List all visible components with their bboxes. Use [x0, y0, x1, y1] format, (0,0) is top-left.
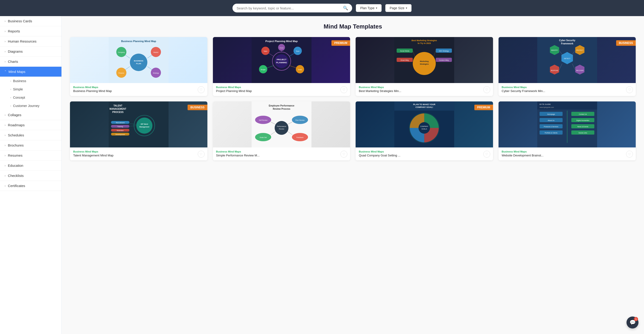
- sidebar-item-education[interactable]: › Education: [0, 161, 62, 171]
- sidebar-submenu-mind-maps: ○ Business ○ Simple ○ Concept ○ Customer…: [0, 77, 62, 110]
- chevron-right-icon: ›: [4, 174, 6, 177]
- card-category: Business Mind Maps: [359, 150, 490, 153]
- card-category: Business Mind Maps: [216, 86, 347, 89]
- svg-text:Best Marketing Strategies: Best Marketing Strategies: [412, 39, 437, 42]
- sidebar-item-label: Mind Maps: [8, 70, 25, 74]
- sidebar-item-collages[interactable]: › Collages: [0, 110, 62, 120]
- chat-bubble[interactable]: 💬 1: [626, 317, 638, 329]
- sidebar-item-diagrams[interactable]: › Diagrams: [0, 46, 62, 57]
- favorite-button[interactable]: ♡: [626, 151, 633, 158]
- favorite-button[interactable]: ♡: [340, 151, 347, 158]
- favorite-button[interactable]: ♡: [626, 86, 633, 93]
- svg-point-2: [130, 54, 147, 71]
- search-input[interactable]: [236, 6, 341, 10]
- card-name: Talent Management Mind Map: [73, 154, 204, 157]
- sidebar-item-label: Roadmaps: [8, 123, 25, 127]
- sidebar-sub-label: Business: [13, 79, 26, 83]
- svg-point-112: [418, 122, 430, 134]
- sidebar-item-human-resources[interactable]: › Human Resources: [0, 36, 62, 46]
- template-card[interactable]: Best Marketing Strategies to Try in 2023…: [356, 37, 493, 96]
- sidebar-item-label: Education: [8, 164, 23, 167]
- sidebar-item-label: Reports: [8, 29, 20, 33]
- sidebar-item-label: Schedules: [8, 133, 24, 137]
- sidebar-sub-item-simple[interactable]: ○ Simple: [0, 85, 62, 93]
- sidebar-sub-item-business[interactable]: ○ Business: [0, 77, 62, 85]
- chevron-right-icon: ›: [4, 39, 6, 43]
- svg-text:BUSINESS: BUSINESS: [134, 60, 144, 62]
- template-card[interactable]: Project Planning Mind Map PROJECT PLANNI…: [213, 37, 350, 96]
- template-card[interactable]: Employee Performance Review Process Perf…: [213, 101, 350, 160]
- svg-text:Goals: Goals: [298, 69, 302, 70]
- svg-text:Email Mktg: Email Mktg: [401, 59, 409, 61]
- bullet-icon: ○: [10, 88, 11, 90]
- main-layout: › Business Cards › Reports › Human Resou…: [0, 16, 644, 334]
- plan-type-button[interactable]: Plan Type ▾: [356, 4, 382, 12]
- svg-text:Tasks: Tasks: [263, 50, 267, 52]
- card-category: Business Mind Maps: [359, 86, 490, 89]
- sidebar-item-brochures[interactable]: › Brochures: [0, 140, 62, 150]
- card-name: Business Planning Mind Map: [73, 89, 204, 93]
- svg-text:MANAGEMENT: MANAGEMENT: [110, 108, 126, 110]
- card-category: Business Mind Maps: [73, 150, 204, 153]
- sidebar-item-label: Certificates: [8, 184, 25, 188]
- chevron-right-icon: ›: [4, 164, 6, 167]
- chevron-right-icon: ›: [4, 154, 6, 157]
- card-name: Simple Performance Review M...: [216, 154, 347, 157]
- svg-text:Feedback: Feedback: [296, 137, 303, 138]
- sidebar-item-mind-maps[interactable]: ˅ Mind Maps: [0, 67, 62, 77]
- svg-text:GOALS: GOALS: [422, 128, 427, 130]
- topbar: 🔍 Plan Type ▾ Page Size ▾: [0, 0, 644, 16]
- svg-text:PLAN: PLAN: [136, 62, 141, 65]
- template-card[interactable]: TALENT MANAGEMENT PROCESS HR Talent Mana…: [70, 101, 208, 160]
- favorite-button[interactable]: ♡: [483, 151, 490, 158]
- template-card[interactable]: Cyber Security Framework DETECT IDENTIFY…: [498, 37, 636, 96]
- sidebar-item-reports[interactable]: › Reports: [0, 26, 62, 36]
- sidebar-item-business-cards[interactable]: › Business Cards: [0, 16, 62, 26]
- svg-text:COMPANY GOAL!: COMPANY GOAL!: [416, 106, 433, 108]
- template-card[interactable]: Business Planning Mind Map BUSINESS PLAN…: [70, 37, 208, 96]
- svg-text:COMPANY: COMPANY: [420, 126, 428, 127]
- svg-text:Goals Set: Goals Set: [260, 137, 266, 138]
- favorite-button[interactable]: ♡: [340, 86, 347, 93]
- svg-text:IDENTIFY: IDENTIFY: [551, 49, 558, 51]
- sidebar-item-certificates[interactable]: › Certificates: [0, 181, 62, 191]
- page-size-button[interactable]: Page Size ▾: [385, 4, 412, 12]
- favorite-button[interactable]: ♡: [198, 151, 204, 158]
- sidebar-item-schedules[interactable]: › Schedules: [0, 130, 62, 140]
- sidebar-item-label: Resumes: [8, 153, 22, 157]
- content-area: Mind Map Templates Business Planning Min…: [62, 16, 644, 334]
- card-name: Quad Company Goal Setting ...: [359, 154, 490, 157]
- chevron-right-icon: ›: [4, 123, 6, 127]
- chevron-down-icon: ▾: [406, 6, 407, 10]
- favorite-button[interactable]: ♡: [198, 86, 204, 93]
- svg-text:BYTE GUIDE: BYTE GUIDE: [540, 103, 550, 105]
- sidebar-sub-item-customer-journey[interactable]: ○ Customer Journey: [0, 102, 62, 110]
- chevron-right-icon: ›: [4, 133, 6, 137]
- favorite-button[interactable]: ♡: [483, 86, 490, 93]
- sidebar-item-label: Human Resources: [8, 39, 36, 43]
- svg-text:Team: Team: [296, 50, 300, 52]
- business-badge: BUSINESS: [188, 105, 207, 110]
- svg-text:Review: Review: [279, 128, 284, 130]
- chevron-right-icon: ›: [4, 184, 6, 187]
- sidebar-item-resumes[interactable]: › Resumes: [0, 150, 62, 161]
- sidebar-sub-item-concept[interactable]: ○ Concept: [0, 93, 62, 102]
- svg-point-20: [274, 54, 288, 68]
- card-name: Best Marketing Strategies Min...: [359, 89, 490, 93]
- sidebar-item-label: Checklists: [8, 174, 24, 178]
- svg-text:www.byteguide.com: www.byteguide.com: [539, 106, 554, 108]
- svg-text:Company: Company: [118, 51, 125, 53]
- template-card[interactable]: BYTE GUIDE www.byteguide.com Homepage Ab…: [498, 101, 636, 160]
- svg-text:Retention: Retention: [117, 130, 124, 131]
- svg-text:Social Links: Social Links: [578, 132, 587, 134]
- chat-notification-badge: 1: [634, 317, 638, 321]
- template-card[interactable]: PLAN TO MAKE YOUR COMPANY GOAL! COMPANY …: [356, 101, 493, 160]
- svg-text:Digital Humanities: Digital Humanities: [576, 120, 590, 121]
- svg-point-92: [274, 121, 288, 135]
- sidebar-item-roadmaps[interactable]: › Roadmaps: [0, 120, 62, 130]
- sidebar-item-checklists[interactable]: › Checklists: [0, 171, 62, 181]
- sidebar-item-label: Collages: [8, 113, 21, 117]
- sidebar-item-label: Diagrams: [8, 49, 22, 53]
- svg-text:Recruitment: Recruitment: [116, 122, 124, 123]
- sidebar-item-charts[interactable]: › Charts: [0, 57, 62, 67]
